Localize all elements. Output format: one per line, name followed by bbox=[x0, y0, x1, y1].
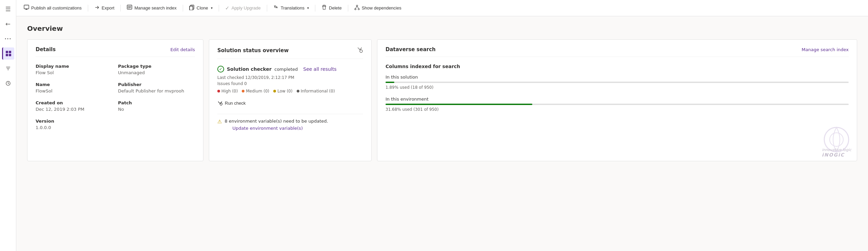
details-title: Details bbox=[36, 46, 56, 53]
watermark-text: innovative logiciNOGiC bbox=[822, 148, 851, 158]
update-env-link[interactable]: Update environment variable(s) bbox=[232, 126, 328, 131]
manage-search-link[interactable]: Manage search index bbox=[802, 47, 849, 52]
watermark-logo bbox=[823, 126, 850, 154]
apply-upgrade-button[interactable]: ✓ Apply Upgrade bbox=[222, 3, 264, 13]
env-progress-text: 31.68% used (301 of 950) bbox=[386, 107, 849, 112]
page-title: Overview bbox=[27, 24, 857, 33]
clone-chevron: ▾ bbox=[211, 6, 213, 10]
run-check-button[interactable]: Run check bbox=[217, 99, 245, 107]
publish-button[interactable]: Publish all customizations bbox=[20, 3, 85, 13]
solution-search-section: In this solution 1.89% used (18 of 950) bbox=[386, 75, 849, 90]
svg-rect-3 bbox=[9, 54, 11, 56]
run-check-icon bbox=[217, 100, 223, 106]
svg-line-24 bbox=[357, 6, 359, 8]
dataverse-card-header: Dataverse search Manage search index bbox=[386, 46, 849, 57]
svg-rect-1 bbox=[9, 51, 11, 53]
sep6 bbox=[315, 5, 315, 12]
info-dot-item: Informational (0) bbox=[297, 89, 335, 93]
page-content: Overview Details Edit details Display na… bbox=[16, 16, 868, 251]
toolbar: Publish all customizations Export bbox=[16, 0, 868, 16]
manage-search-button[interactable]: Manage search index bbox=[123, 3, 180, 13]
svg-rect-17 bbox=[190, 6, 193, 10]
export-icon bbox=[94, 5, 100, 11]
details-card-header: Details Edit details bbox=[36, 46, 195, 57]
show-deps-button[interactable]: Show dependencies bbox=[351, 3, 405, 13]
solution-section-label: In this solution bbox=[386, 75, 849, 80]
low-dot-item: Low (0) bbox=[273, 89, 292, 93]
sep7 bbox=[348, 5, 348, 12]
field-name: Name FlowSol bbox=[36, 82, 113, 93]
sep4 bbox=[219, 5, 219, 12]
env-search-section: In this environment 31.68% used (301 of … bbox=[386, 97, 849, 112]
solution-progress-fill bbox=[386, 82, 394, 83]
svg-point-32 bbox=[830, 133, 843, 146]
medium-dot-item: Medium (0) bbox=[242, 89, 269, 93]
high-dot bbox=[217, 90, 220, 92]
svg-point-31 bbox=[824, 127, 849, 152]
info-dot bbox=[297, 90, 299, 92]
sep5 bbox=[267, 5, 267, 12]
more-options[interactable]: ••• bbox=[2, 33, 14, 45]
svg-rect-2 bbox=[6, 54, 8, 56]
clone-button[interactable]: Clone ▾ bbox=[186, 3, 216, 13]
svg-point-25 bbox=[360, 50, 362, 53]
solution-status-card: Solution status overview ✓ bbox=[209, 39, 372, 161]
delete-icon bbox=[321, 5, 327, 11]
hamburger-menu[interactable]: ☰ bbox=[2, 3, 14, 15]
delete-button[interactable]: Delete bbox=[318, 3, 345, 13]
translations-icon bbox=[273, 5, 279, 11]
deps-icon bbox=[354, 5, 360, 11]
checker-status-icon: ✓ bbox=[217, 66, 224, 72]
high-dot-item: High (0) bbox=[217, 89, 238, 93]
field-created-on: Created on Dec 12, 2019 2:03 PM bbox=[36, 100, 113, 112]
solution-progress-bg bbox=[386, 82, 849, 83]
field-patch: Patch No bbox=[118, 100, 195, 112]
cards-row: Details Edit details Display name Flow S… bbox=[27, 39, 857, 161]
svg-point-20 bbox=[356, 5, 358, 6]
svg-point-13 bbox=[128, 6, 130, 8]
solution-status-header: Solution status overview bbox=[217, 46, 363, 59]
search-index-icon bbox=[127, 5, 132, 11]
history-icon[interactable] bbox=[2, 77, 14, 89]
warning-icon: ⚠ bbox=[217, 119, 222, 125]
svg-rect-19 bbox=[323, 5, 325, 6]
field-package-type: Package type Unmanaged bbox=[118, 64, 195, 75]
translations-chevron: ▾ bbox=[307, 6, 309, 10]
export-button[interactable]: Export bbox=[91, 3, 118, 13]
svg-line-23 bbox=[355, 6, 357, 8]
issue-dots: High (0) Medium (0) Low (0) Informationa… bbox=[217, 89, 363, 93]
sep3 bbox=[183, 5, 183, 12]
sep2 bbox=[120, 5, 121, 12]
env-section-label: In this environment bbox=[386, 97, 849, 102]
svg-rect-8 bbox=[24, 5, 29, 9]
dataverse-title: Dataverse search bbox=[386, 46, 436, 53]
last-checked: Last checked 12/30/2019, 2:12:17 PM bbox=[217, 75, 363, 80]
solution-progress-text: 1.89% used (18 of 950) bbox=[386, 85, 849, 90]
translations-button[interactable]: Translations ▾ bbox=[270, 3, 312, 13]
checkmark-icon: ✓ bbox=[225, 5, 230, 11]
sidebar: ☰ ← ••• bbox=[0, 0, 16, 251]
field-display-name: Display name Flow Sol bbox=[36, 64, 113, 75]
env-progress-fill bbox=[386, 104, 532, 105]
clone-icon bbox=[189, 5, 195, 11]
svg-point-22 bbox=[358, 8, 359, 10]
edit-details-link[interactable]: Edit details bbox=[170, 47, 195, 52]
columns-indexed-title: Columns indexed for search bbox=[386, 64, 849, 69]
details-card: Details Edit details Display name Flow S… bbox=[27, 39, 203, 161]
low-dot bbox=[273, 90, 276, 92]
svg-rect-0 bbox=[6, 51, 8, 53]
svg-point-21 bbox=[355, 8, 356, 10]
stethoscope-icon bbox=[356, 46, 363, 55]
dataverse-search-card: Dataverse search Manage search index Col… bbox=[377, 39, 857, 161]
main-content: Publish all customizations Export bbox=[16, 0, 868, 251]
see-all-link[interactable]: See all results bbox=[303, 66, 336, 72]
issues-found: Issues found 0 bbox=[217, 81, 363, 86]
solution-status-title: Solution status overview bbox=[217, 47, 289, 54]
solutions-icon[interactable] bbox=[2, 47, 14, 60]
warning-text: 8 environment variable(s) need to be upd… bbox=[224, 119, 328, 124]
filter-icon[interactable] bbox=[2, 62, 14, 75]
back-button[interactable]: ← bbox=[2, 18, 14, 30]
checker-label: Solution checker completed bbox=[227, 66, 298, 72]
env-progress-bg bbox=[386, 104, 849, 105]
sep1 bbox=[88, 5, 88, 12]
